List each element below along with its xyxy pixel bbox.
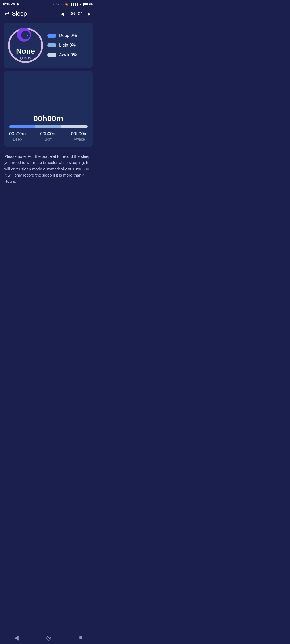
total-sleep-time: 00h00m xyxy=(8,114,89,123)
date-prev-button[interactable]: ◀ xyxy=(59,11,66,17)
signal-icon: ▐▐▐▐ xyxy=(70,3,78,6)
page-header: ↩ Sleep ◀ 06-02 ▶ xyxy=(0,8,97,20)
awake-legend-label: Awak 0% xyxy=(59,53,77,57)
chart-area xyxy=(8,76,89,108)
status-icons: 0.2KB/s 🔕 ▐▐▐▐ ▲ 87 xyxy=(53,3,93,6)
moon-icon xyxy=(20,30,31,41)
awake-toggle xyxy=(47,53,56,57)
battery-icon xyxy=(83,3,89,6)
deep-time: 00h00m xyxy=(9,131,26,137)
deep-toggle xyxy=(47,34,56,38)
awake-time: 00h00m xyxy=(71,131,88,137)
sleep-chart-card: --:-- --:-- 00h00m 00h00m Deep 00h00m Li… xyxy=(4,71,93,147)
deep-legend-item: Deep 0% xyxy=(47,33,89,38)
sleep-quality-card: z None Quality Deep 0% Light 0% Awak 0% xyxy=(4,23,93,68)
light-time: 00h00m xyxy=(40,131,56,137)
deep-legend-label: Deep 0% xyxy=(59,33,77,38)
chart-stats: 00h00m Deep 00h00m Light 00h00m Awake xyxy=(8,131,89,141)
deep-stat: 00h00m Deep xyxy=(9,131,26,141)
light-bar-segment xyxy=(35,125,61,128)
quality-value: None xyxy=(16,47,35,56)
status-bar: 8:36 PM ⊕ 0.2KB/s 🔕 ▐▐▐▐ ▲ 87 xyxy=(0,0,97,8)
quality-circle: z None Quality xyxy=(8,28,43,63)
current-date: 06-02 xyxy=(68,11,84,17)
light-toggle xyxy=(47,43,56,47)
mute-icon: 🔕 xyxy=(65,3,69,6)
light-legend-label: Light 0% xyxy=(59,43,76,48)
date-next-button[interactable]: ▶ xyxy=(86,11,92,17)
wifi-icon: ▲ xyxy=(79,3,82,6)
sleep-bar xyxy=(9,125,88,128)
awake-bar-segment xyxy=(61,125,88,128)
sleep-legend: Deep 0% Light 0% Awak 0% xyxy=(47,33,89,57)
quality-ring: z None Quality xyxy=(8,28,43,63)
awake-stat: 00h00m Awake xyxy=(71,131,88,141)
back-button[interactable]: ↩ xyxy=(4,10,9,17)
deep-stat-label: Deep xyxy=(13,137,22,141)
page-title: Sleep xyxy=(12,10,56,17)
location-icon: ⊕ xyxy=(16,3,19,6)
sleep-note: Please note: For the bracelet to record … xyxy=(0,149,97,190)
chart-time-start: --:-- xyxy=(9,108,15,112)
quality-label: Quality xyxy=(20,56,31,60)
light-stat: 00h00m Light xyxy=(40,131,56,141)
chart-time-row: --:-- --:-- xyxy=(8,108,89,112)
awake-stat-label: Awake xyxy=(74,137,85,141)
light-legend-item: Light 0% xyxy=(47,43,89,48)
light-stat-label: Light xyxy=(44,137,52,141)
status-time: 8:36 PM ⊕ xyxy=(3,2,19,6)
date-navigation: ◀ 06-02 ▶ xyxy=(59,11,92,17)
awake-legend-item: Awak 0% xyxy=(47,53,89,57)
chart-time-end: --:-- xyxy=(82,108,88,112)
deep-bar-segment xyxy=(9,125,35,128)
